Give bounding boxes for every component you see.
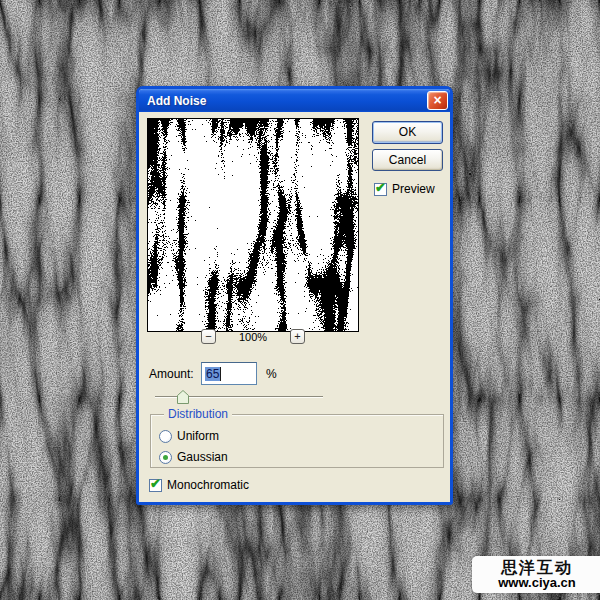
watermark-url-text: www.ciya.cn [498, 576, 576, 590]
radio-circle-icon [159, 430, 172, 443]
checkmark-icon: ✔ [150, 477, 161, 491]
checkbox-box: ✔ [149, 479, 162, 492]
zoom-out-button[interactable]: − [201, 329, 216, 344]
zoom-level-label: 100% [239, 331, 267, 343]
radio-gaussian[interactable]: Gaussian [159, 450, 228, 464]
noise-preview-image [148, 119, 358, 331]
ok-button-label: OK [399, 125, 416, 139]
amount-value-selected: 65 [205, 367, 221, 381]
watermark: 思洋互动 www.ciya.cn [472, 556, 600, 593]
add-noise-dialog: Add Noise × [136, 86, 453, 505]
dialog-title: Add Noise [147, 94, 427, 108]
noise-preview-thumbnail[interactable] [147, 118, 359, 332]
monochromatic-label: Monochromatic [167, 478, 249, 492]
minus-icon: − [205, 330, 211, 342]
radio-uniform-label: Uniform [177, 429, 219, 443]
radio-dot [163, 455, 168, 460]
checkmark-icon: ✔ [375, 181, 386, 195]
dialog-titlebar[interactable]: Add Noise × [139, 89, 450, 112]
zoom-controls: − 100% + [147, 329, 359, 344]
plus-icon: + [294, 330, 300, 342]
preview-checkbox-label: Preview [392, 182, 435, 196]
close-icon: × [433, 92, 441, 108]
ok-button[interactable]: OK [372, 121, 443, 144]
radio-uniform[interactable]: Uniform [159, 429, 219, 443]
distribution-legend: Distribution [164, 407, 232, 421]
screen: Add Noise × [0, 0, 600, 600]
distribution-group: Distribution Uniform Gaussian [150, 414, 444, 468]
radio-gaussian-label: Gaussian [177, 450, 228, 464]
amount-label: Amount: [149, 367, 194, 381]
checkbox-box: ✔ [374, 183, 387, 196]
monochromatic-checkbox[interactable]: ✔ Monochromatic [149, 478, 249, 492]
cancel-button[interactable]: Cancel [372, 149, 443, 171]
radio-circle-selected-icon [159, 451, 172, 464]
close-button[interactable]: × [427, 91, 448, 110]
amount-slider-thumb[interactable] [177, 390, 189, 404]
watermark-brand-text: 思洋互动 [501, 559, 573, 576]
preview-checkbox[interactable]: ✔ Preview [374, 182, 435, 196]
dialog-body: − 100% + Amount: 65 % Distributi [139, 112, 450, 502]
zoom-in-button[interactable]: + [290, 329, 305, 344]
amount-slider-track[interactable] [155, 396, 323, 398]
amount-input[interactable]: 65 [201, 362, 257, 385]
percent-unit-label: % [266, 367, 277, 381]
cancel-button-label: Cancel [389, 153, 426, 167]
